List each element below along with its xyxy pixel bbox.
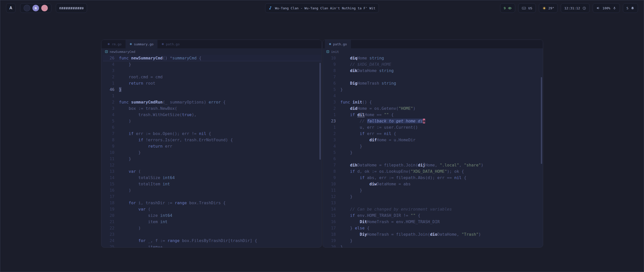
- window-title-pill[interactable]: [56, 3, 87, 13]
- workspace-app-3-icon[interactable]: [41, 5, 48, 11]
- clock-pill[interactable]: 12:31:12: [561, 3, 590, 13]
- tab-summary-go[interactable]: summary.go: [126, 40, 157, 48]
- code-line[interactable]: 9 return err: [103, 143, 321, 149]
- code-line[interactable]: 22 ): [103, 225, 321, 231]
- code-line[interactable]: 24 for _, f := range box.FilesByTrashDir…: [103, 237, 321, 244]
- tab-path-go[interactable]: path.go: [325, 40, 351, 48]
- code-line[interactable]: 7: [324, 74, 543, 80]
- line-number: 13: [324, 200, 340, 206]
- code-line[interactable]: 25 item++: [103, 244, 321, 248]
- code-line[interactable]: 15 totalItem int: [103, 181, 321, 187]
- code-line[interactable]: 20 size int64: [103, 212, 321, 219]
- code-line[interactable]: 12 }: [324, 193, 543, 200]
- app-launcher-button[interactable]: A: [6, 3, 16, 13]
- notifications-pill[interactable]: 5: [623, 3, 638, 13]
- line-number: 18: [103, 200, 119, 206]
- code-line[interactable]: 4 }: [324, 143, 543, 149]
- line-number: 11: [103, 156, 119, 162]
- code-line[interactable]: 21 item int: [103, 219, 321, 225]
- code-line[interactable]: 20}: [324, 244, 543, 248]
- code-line[interactable]: 5}: [324, 86, 543, 93]
- code-line[interactable]: 19 var (: [103, 206, 321, 212]
- code-text: if d, ok := os.LookupEnv("XDG_DATA_HOME"…: [340, 168, 464, 175]
- code-line[interactable]: 18 DiyHomeTrash = filepath.Join(dioDataH…: [324, 231, 543, 237]
- line-number: 8: [324, 168, 340, 175]
- code-line[interactable]: 13: [324, 200, 543, 206]
- code-line[interactable]: 19 }: [324, 237, 543, 244]
- go-file-icon: [162, 43, 164, 45]
- line-number: 23: [324, 118, 340, 124]
- code-line[interactable]: 10 }: [103, 149, 321, 156]
- code-line[interactable]: 46}: [103, 86, 321, 93]
- left-scrollbar-thumb[interactable]: [319, 63, 321, 160]
- code-line[interactable]: 13 var (: [103, 168, 321, 175]
- weather-pill[interactable]: 29°: [539, 3, 558, 13]
- neovim-workspace-icon[interactable]: N: [32, 5, 39, 11]
- code-line[interactable]: 12: [103, 162, 321, 168]
- code-line[interactable]: 16 ): [103, 187, 321, 193]
- code-line[interactable]: 23 // fallback to get home dia: [324, 118, 543, 124]
- code-line[interactable]: 26func newSummaryCmd() *summaryCmd {: [103, 55, 321, 61]
- code-line[interactable]: 8 if !errors.Is(err, trash.ErrNotFound) …: [103, 137, 321, 143]
- code-line[interactable]: 1: [103, 93, 321, 99]
- bar-center-cluster: Wu-Tang Clan - Wu-Tang Clan Ain't Nuthin…: [265, 3, 379, 13]
- bar-right-cluster: 9 US 29° 12:31:12: [500, 3, 638, 13]
- code-line[interactable]: 3: [103, 67, 321, 74]
- code-line[interactable]: 7 if err := box.Open(); err != nil {: [103, 130, 321, 137]
- code-line[interactable]: 8 dikDataHome string: [324, 67, 543, 74]
- code-line[interactable]: 10 diwDataHome = abs: [324, 181, 543, 187]
- code-line[interactable]: 18 for i, trashDir := range box.TrashDir…: [103, 200, 321, 206]
- media-player-pill[interactable]: Wu-Tang Clan - Wu-Tang Clan Ain't Nuthin…: [265, 3, 379, 13]
- line-number: 6: [103, 124, 119, 130]
- code-line[interactable]: 23: [103, 231, 321, 237]
- line-number: 46: [103, 86, 119, 93]
- code-line[interactable]: 3 difHome = u.HomeDir: [324, 137, 543, 143]
- line-number: 20: [103, 212, 119, 219]
- code-line[interactable]: 2 didHome = os.Getenv("HOME"): [324, 105, 543, 112]
- right-scrollbar-thumb[interactable]: [541, 77, 542, 164]
- workspace-app-1-icon[interactable]: [24, 5, 30, 11]
- code-line[interactable]: 9 // $XDG_DATA_HOME: [324, 61, 543, 67]
- code-line[interactable]: 2 if err == nil {: [324, 130, 543, 137]
- idle-inhibitor-pill[interactable]: 9: [500, 3, 515, 13]
- code-line[interactable]: 1 if dilHome == "" {: [324, 112, 543, 118]
- code-line[interactable]: 1 u, err := user.Current(): [324, 124, 543, 130]
- line-number: 7: [324, 162, 340, 168]
- code-line[interactable]: 1 return root: [103, 80, 321, 86]
- code-line[interactable]: 17: [103, 193, 321, 200]
- code-line[interactable]: 6 DigHomeTrash string: [324, 80, 543, 86]
- code-text: for i, trashDir := range box.TrashDirs {: [119, 200, 226, 206]
- code-line[interactable]: 2func summaryCmdRun(_ summaryOptions) er…: [103, 99, 321, 105]
- code-text: DiyHomeTrash = filepath.Join(dioDataHome…: [340, 231, 481, 237]
- code-line[interactable]: 9 if abs, err := filepath.Abs(d); err ==…: [324, 175, 543, 181]
- code-line[interactable]: 14 // Can be changed by environment vari…: [324, 206, 543, 212]
- code-line[interactable]: 5 ): [103, 118, 321, 124]
- code-line[interactable]: 11 }: [324, 187, 543, 193]
- line-number: 17: [324, 225, 340, 231]
- code-line[interactable]: 4 }: [103, 61, 321, 67]
- code-line[interactable]: 4: [324, 93, 543, 99]
- now-playing-title: Wu-Tang Clan - Wu-Tang Clan Ain't Nuthin…: [275, 6, 375, 10]
- code-line[interactable]: 17 } else {: [324, 225, 543, 231]
- code-line[interactable]: 15 if env.HOME_TRASH_DIR != "" {: [324, 212, 543, 219]
- code-line[interactable]: 14 totalSize int64: [103, 175, 321, 181]
- clock-icon: [582, 6, 586, 10]
- code-line[interactable]: 10 diqHome string: [324, 55, 543, 61]
- code-line[interactable]: 5 }: [324, 149, 543, 156]
- code-line[interactable]: 4 trash.WithGetSize(true),: [103, 112, 321, 118]
- code-line[interactable]: 11 }: [103, 156, 321, 162]
- code-line[interactable]: 16 DitHomeTrash = env.HOME_TRASH_DIR: [324, 219, 543, 225]
- code-line[interactable]: 6: [324, 156, 543, 162]
- code-line[interactable]: 3func init() {: [324, 99, 543, 105]
- code-line[interactable]: 6: [103, 124, 321, 130]
- line-number: 15: [103, 181, 119, 187]
- code-line[interactable]: 7 dihDataHome = filepath.Join(dijHome, "…: [324, 162, 543, 168]
- volume-pill[interactable]: 100%: [593, 3, 620, 13]
- code-line[interactable]: 2 root.cmd = cmd: [103, 74, 321, 80]
- line-number: 19: [324, 237, 340, 244]
- tab-path-go-left[interactable]: path.go: [157, 40, 184, 48]
- keyboard-layout-pill[interactable]: US: [518, 3, 536, 13]
- code-line[interactable]: 8 if d, ok := os.LookupEnv("XDG_DATA_HOM…: [324, 168, 543, 175]
- tab-rm-go[interactable]: rm.go: [103, 40, 126, 48]
- code-line[interactable]: 3 box := trash.NewBox(: [103, 105, 321, 112]
